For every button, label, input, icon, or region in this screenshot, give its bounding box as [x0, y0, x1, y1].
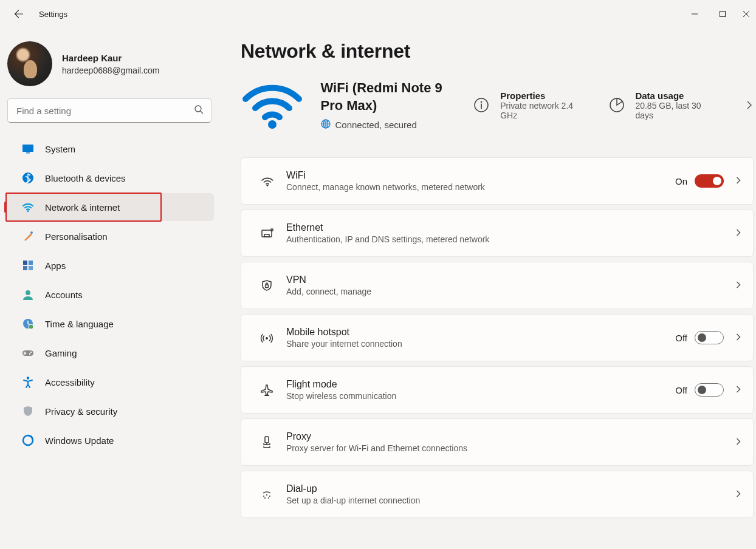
sidebar-item-label: Bluetooth & devices [45, 173, 126, 183]
sidebar-item-label: Time & language [45, 319, 114, 329]
sidebar-item-label: Gaming [45, 348, 77, 358]
toggle-label: Off [675, 385, 687, 395]
maximize-button[interactable] [709, 4, 737, 24]
properties-tile[interactable]: Properties Private network 2.4 GHz [472, 90, 586, 120]
settings-card-wifi[interactable]: WiFi Connect, manage known networks, met… [241, 157, 754, 205]
sidebar-item-personalisation[interactable]: Personalisation [6, 222, 214, 250]
sidebar-item-gaming[interactable]: Gaming [6, 339, 214, 367]
settings-card-mobile-hotspot[interactable]: Mobile hotspot Share your internet conne… [241, 314, 754, 361]
card-title: VPN [286, 274, 732, 285]
close-icon [743, 10, 750, 18]
sidebar-item-label: Apps [45, 261, 66, 271]
tile-sub: Private network 2.4 GHz [500, 101, 585, 120]
display-icon [22, 143, 34, 155]
close-button[interactable] [737, 4, 751, 24]
ethernet-icon [255, 227, 279, 239]
settings-card-proxy[interactable]: Proxy Proxy server for Wi-Fi and Etherne… [241, 418, 754, 466]
clock-icon [22, 318, 34, 330]
page-title: Network & internet [241, 40, 754, 63]
brush-icon [22, 230, 34, 242]
proxy-icon [255, 436, 279, 448]
sidebar-item-accessibility[interactable]: Accessibility [6, 368, 214, 396]
sidebar-item-windows-update[interactable]: Windows Update [6, 426, 214, 454]
header-chevron[interactable] [733, 101, 754, 109]
shield-icon [22, 405, 34, 417]
person-icon [22, 288, 34, 301]
app-title: Settings [39, 10, 67, 19]
settings-card-dial-up[interactable]: Dial-up Set up a dial-up internet connec… [241, 471, 754, 518]
sidebar-item-label: Personalisation [45, 231, 108, 242]
sidebar-item-label: Network & internet [45, 202, 120, 213]
gamepad-icon [22, 347, 34, 359]
chevron-right-icon [735, 280, 742, 291]
chevron-right-icon [735, 489, 742, 500]
chevron-right-icon [735, 332, 742, 343]
update-icon [22, 434, 34, 446]
card-title: WiFi [286, 170, 675, 181]
info-icon [472, 94, 492, 116]
card-sub: Authentication, IP and DNS settings, met… [286, 234, 732, 244]
sidebar-item-label: Accessibility [45, 377, 95, 387]
arrow-left-icon [14, 9, 24, 19]
bluetooth-icon [22, 172, 34, 184]
card-title: Flight mode [286, 379, 675, 390]
nav-list: System Bluetooth & devices Network & int… [0, 135, 219, 454]
wifi-name: WiFi (Redmi Note 9 Pro Max) [321, 80, 455, 114]
profile-block[interactable]: Hardeep Kaur hardeep0688@gmail.com [0, 35, 219, 98]
chevron-right-icon [735, 228, 742, 239]
svg-rect-0 [720, 12, 726, 17]
sidebar-item-privacy-security[interactable]: Privacy & security [6, 397, 214, 425]
profile-email: hardeep0688@gmail.com [62, 66, 160, 75]
profile-name: Hardeep Kaur [62, 53, 160, 63]
toggle-switch[interactable] [695, 331, 724, 344]
sidebar-item-label: Accounts [45, 290, 83, 300]
wifi-icon [22, 201, 34, 213]
avatar [7, 41, 52, 86]
chevron-right-icon [745, 101, 754, 109]
dialup-icon [255, 488, 279, 500]
settings-list: WiFi Connect, manage known networks, met… [241, 157, 754, 518]
apps-icon [22, 259, 34, 271]
maximize-icon [719, 10, 726, 18]
card-sub: Share your internet connection [286, 339, 675, 349]
card-sub: Proxy server for Wi-Fi and Ethernet conn… [286, 443, 732, 453]
sidebar-item-label: Windows Update [45, 435, 114, 446]
settings-card-flight-mode[interactable]: Flight mode Stop wireless communication … [241, 366, 754, 414]
hotspot-icon [255, 332, 279, 344]
sidebar-item-network-internet[interactable]: Network & internet [6, 193, 214, 221]
sidebar-item-accounts[interactable]: Accounts [6, 281, 214, 309]
sidebar-item-apps[interactable]: Apps [6, 251, 214, 279]
card-sub: Add, connect, manage [286, 287, 732, 296]
tile-title: Properties [500, 90, 585, 101]
toggle-label: On [675, 176, 687, 186]
svg-point-2 [268, 120, 277, 129]
card-title: Dial-up [286, 483, 732, 494]
toggle-switch[interactable] [695, 383, 724, 397]
chevron-right-icon [735, 384, 742, 395]
main-content: Network & internet WiFi (Redmi Note 9 Pr… [219, 28, 756, 549]
card-sub: Set up a dial-up internet connection [286, 496, 732, 505]
minimize-button[interactable] [681, 4, 709, 24]
sidebar-item-label: System [45, 144, 75, 154]
accessibility-icon [22, 376, 34, 388]
sidebar-item-bluetooth-devices[interactable]: Bluetooth & devices [6, 164, 214, 192]
sidebar-item-time-language[interactable]: Time & language [6, 310, 214, 338]
toggle-switch[interactable] [695, 174, 724, 188]
chevron-right-icon [735, 176, 742, 186]
vpn-icon [255, 279, 279, 292]
sidebar: Hardeep Kaur hardeep0688@gmail.com Syste… [0, 28, 219, 549]
card-title: Mobile hotspot [286, 327, 675, 338]
back-button[interactable] [9, 4, 29, 24]
search-input[interactable] [8, 99, 211, 122]
card-sub: Stop wireless communication [286, 391, 675, 401]
sidebar-item-system[interactable]: System [6, 135, 214, 163]
sidebar-item-label: Privacy & security [45, 406, 117, 417]
svg-point-6 [481, 101, 483, 103]
settings-card-ethernet[interactable]: Ethernet Authentication, IP and DNS sett… [241, 210, 754, 257]
wifi-large-icon [241, 81, 304, 129]
settings-card-vpn[interactable]: VPN Add, connect, manage [241, 262, 754, 309]
card-title: Proxy [286, 431, 732, 442]
data-usage-tile[interactable]: Data usage 20.85 GB, last 30 days [607, 90, 716, 120]
tile-title: Data usage [635, 90, 716, 101]
chevron-right-icon [735, 437, 742, 448]
